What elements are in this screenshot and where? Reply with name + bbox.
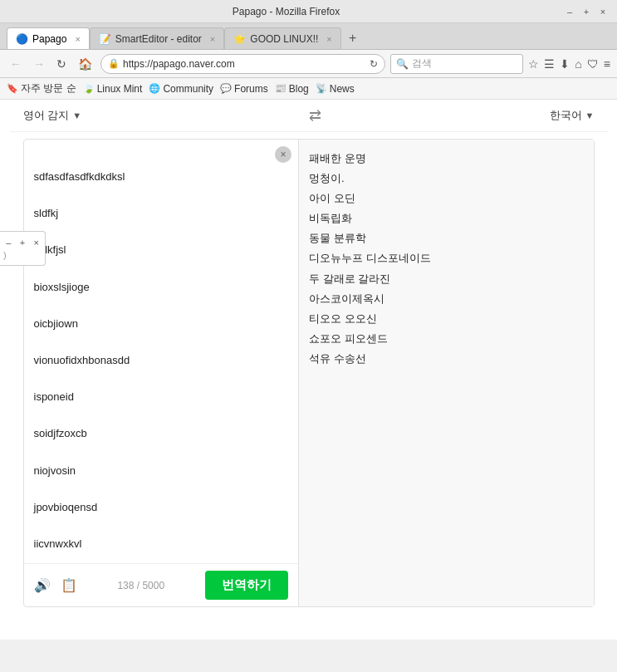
search-icon: 🔍	[396, 58, 409, 70]
bookmark-forums[interactable]: 💬 Forums	[220, 83, 268, 95]
tab-label-smarteditor: SmartEditor - editor	[115, 33, 202, 45]
tab-smarteditor[interactable]: 📝 SmartEditor - editor ×	[90, 27, 224, 49]
star-icon[interactable]: ☆	[528, 57, 539, 71]
translation-area: × sdfasdfasdfkdkdksl sldfkj sdlkfjsl bio…	[23, 139, 595, 607]
forward-button[interactable]: →	[30, 56, 48, 72]
back-button[interactable]: ←	[7, 56, 25, 72]
sound-button[interactable]: 🔊	[34, 577, 51, 593]
new-tab-button[interactable]: +	[341, 27, 365, 49]
output-line-8: 아스코이제옥시	[309, 290, 584, 308]
bookmark-news[interactable]: 📡 News	[316, 83, 355, 95]
bookmark-label-community: Community	[163, 83, 213, 95]
float-close-button[interactable]: ×	[31, 237, 42, 248]
source-language-label: 영어 감지	[23, 108, 70, 123]
bookmark-favicon-linuxmint: 🍃	[83, 83, 95, 94]
titlebar-controls: – + ×	[564, 6, 609, 17]
bookmark-label-frequent: 자주 방문 순	[21, 81, 76, 96]
urlbar: ← → ↻ 🏠 🔒 https://papago.naver.com ↻ 🔍 검…	[0, 50, 617, 78]
titlebar-title: Papago - Mozilla Firefox	[8, 6, 564, 17]
tab-goodlinux[interactable]: ⭐ GOOD LINUX!! ×	[224, 27, 340, 49]
bookmark-favicon-forums: 💬	[220, 83, 232, 94]
bookmark-linuxmint[interactable]: 🍃 Linux Mint	[83, 83, 143, 95]
float-content: )	[3, 250, 42, 260]
float-panel: – + × )	[0, 231, 46, 266]
tab-close-smarteditor[interactable]: ×	[210, 34, 215, 44]
translate-button[interactable]: 번역하기	[205, 571, 288, 600]
bookmark-label-blog: Blog	[289, 83, 309, 95]
output-line-11: 석유 수송선	[309, 350, 584, 368]
input-line-5: oicbjiown	[34, 317, 78, 330]
urlbar-icons: ☆ ☰ ⬇ ⌂ 🛡 ≡	[528, 57, 610, 71]
toolbar-left: 🔊 📋	[34, 577, 77, 593]
output-line-2: 멍청이.	[309, 169, 584, 188]
tab-label-goodlinux: GOOD LINUX!!	[250, 33, 318, 45]
input-line-1: sdfasdfasdfkdkdksl	[34, 170, 125, 183]
source-lang-chevron-icon: ▼	[72, 110, 81, 120]
bookmark-favicon-blog: 📰	[275, 83, 286, 94]
clear-input-button[interactable]: ×	[275, 146, 291, 163]
reload-button[interactable]: ↻	[53, 56, 70, 72]
float-controls: – + ×	[3, 237, 42, 248]
menu-icon[interactable]: ≡	[604, 57, 610, 71]
source-language-selector[interactable]: 영어 감지 ▼	[23, 108, 82, 123]
shield-icon[interactable]: 🛡	[587, 57, 599, 71]
url-reload-icon[interactable]: ↻	[370, 58, 378, 70]
tab-papago[interactable]: 🔵 Papago ×	[7, 27, 90, 49]
input-line-8: soidjfzoxcb	[34, 427, 87, 439]
home-icon2[interactable]: ⌂	[575, 57, 581, 71]
copy-button[interactable]: 📋	[61, 577, 77, 593]
target-lang-chevron-icon: ▼	[585, 110, 595, 120]
swap-language-button[interactable]: ⇄	[309, 106, 321, 125]
tabbar: 🔵 Papago × 📝 SmartEditor - editor × ⭐ GO…	[0, 23, 617, 50]
input-line-2: sldfkj	[34, 207, 59, 219]
bookmark-blog[interactable]: 📰 Blog	[275, 83, 309, 95]
output-line-10: 쇼포오 피오센드	[309, 330, 584, 348]
reader-icon[interactable]: ☰	[544, 57, 555, 71]
bookmark-community[interactable]: 🌐 Community	[149, 83, 213, 95]
float-maximize-button[interactable]: +	[17, 237, 28, 248]
url-text: https://papago.naver.com	[123, 58, 366, 70]
input-line-11: iicvnwxkvl	[34, 537, 82, 550]
minimize-button[interactable]: –	[564, 6, 575, 17]
papago-container: 영어 감지 ▼ ⇄ 한국어 ▼ × sdfasdfasdfkdkdksl	[10, 100, 608, 607]
bookmark-favicon-frequent: 🔖	[7, 83, 18, 94]
home-button[interactable]: 🏠	[75, 56, 95, 72]
output-panel: 패배한 운명 멍청이. 아이 오딘 비독립화 동물 분류학 디오뉴누프 디스포네…	[299, 140, 594, 606]
tab-close-goodlinux[interactable]: ×	[326, 34, 331, 44]
bookmark-favicon-news: 📡	[316, 83, 327, 94]
tab-close-papago[interactable]: ×	[75, 34, 80, 44]
input-line-7: isponeid	[34, 390, 74, 403]
maximize-button[interactable]: +	[580, 6, 592, 17]
tab-favicon-papago: 🔵	[16, 33, 27, 45]
output-line-9: 티오오 오오신	[309, 310, 584, 328]
close-button[interactable]: ×	[597, 6, 609, 17]
input-line-9: niojvosin	[34, 464, 76, 477]
url-input[interactable]: 🔒 https://papago.naver.com ↻	[100, 54, 385, 74]
target-language-label: 한국어	[550, 108, 582, 123]
output-line-6: 디오뉴누프 디스포네이드	[309, 249, 584, 267]
content-area: 영어 감지 ▼ ⇄ 한국어 ▼ × sdfasdfasdfkdkdksl	[0, 100, 617, 640]
output-line-7: 두 갈래로 갈라진	[309, 270, 584, 288]
char-count: 138 / 5000	[117, 580, 164, 591]
titlebar: Papago - Mozilla Firefox – + ×	[0, 0, 617, 23]
target-language-selector[interactable]: 한국어 ▼	[550, 108, 595, 123]
input-line-4: bioxslsjioge	[34, 281, 90, 293]
output-line-4: 비독립화	[309, 209, 584, 228]
output-line-5: 동물 분류학	[309, 229, 584, 248]
tab-favicon-goodlinux: ⭐	[233, 33, 245, 45]
bookmark-label-linuxmint: Linux Mint	[97, 83, 143, 95]
bookmark-favicon-community: 🌐	[149, 83, 160, 94]
output-line-3: 아이 오딘	[309, 189, 584, 208]
bookmark-label-forums: Forums	[234, 83, 268, 95]
lock-icon: 🔒	[108, 58, 120, 69]
source-text-area[interactable]: sdfasdfasdfkdkdksl sldfkj sdlkfjsl bioxs…	[24, 140, 299, 563]
float-minimize-button[interactable]: –	[3, 237, 14, 248]
bookmark-frequent[interactable]: 🔖 자주 방문 순	[7, 81, 76, 96]
search-input[interactable]: 🔍 검색	[390, 54, 523, 74]
output-line-1: 패배한 운명	[309, 150, 584, 168]
download-icon[interactable]: ⬇	[560, 57, 570, 71]
browser-window: Papago - Mozilla Firefox – + × 🔵 Papago …	[0, 0, 617, 640]
search-placeholder: 검색	[412, 56, 432, 71]
tab-label-papago: Papago	[32, 33, 66, 45]
input-toolbar: 🔊 📋 138 / 5000 번역하기	[24, 563, 299, 606]
